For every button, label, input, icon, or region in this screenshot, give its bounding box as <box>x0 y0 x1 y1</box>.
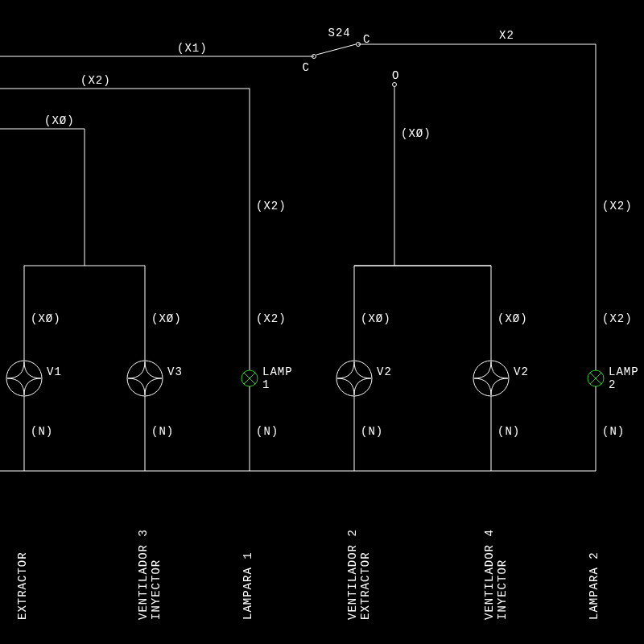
svg-text:EXTRACTOR: EXTRACTOR <box>359 551 372 620</box>
svg-text:VENTILADOR 2: VENTILADOR 2 <box>346 529 359 620</box>
svg-text:1: 1 <box>262 378 270 391</box>
svg-text:X2: X2 <box>499 29 514 42</box>
svg-text:VENTILADOR 3: VENTILADOR 3 <box>137 529 150 620</box>
svg-text:(X2): (X2) <box>602 312 633 325</box>
svg-text:C: C <box>363 33 370 46</box>
svg-text:(XØ): (XØ) <box>361 312 391 325</box>
svg-text:V1: V1 <box>47 365 62 378</box>
svg-text:(X2): (X2) <box>256 200 287 213</box>
svg-text:EXTRACTOR: EXTRACTOR <box>16 551 29 620</box>
svg-text:(N): (N) <box>361 425 383 438</box>
svg-text:V2: V2 <box>514 365 529 378</box>
svg-text:(XØ): (XØ) <box>151 312 182 325</box>
svg-text:2: 2 <box>609 378 616 391</box>
svg-text:(X2): (X2) <box>256 312 287 325</box>
svg-text:INYECTOR: INYECTOR <box>496 559 509 620</box>
svg-text:(XØ): (XØ) <box>31 312 61 325</box>
svg-text:V3: V3 <box>167 365 183 378</box>
svg-text:(N): (N) <box>602 425 625 438</box>
svg-text:(XØ): (XØ) <box>497 312 528 325</box>
svg-text:(X2): (X2) <box>80 74 111 87</box>
electrical-schematic: S24CCO(X1)X2(X2)(XØ)(XØ)(XØ)(N)V1(XØ)(N)… <box>0 0 644 644</box>
svg-text:O: O <box>392 69 399 82</box>
svg-text:LAMP: LAMP <box>262 365 293 378</box>
svg-text:LAMPARA 1: LAMPARA 1 <box>242 551 254 620</box>
svg-text:(N): (N) <box>151 425 174 438</box>
svg-text:(X1): (X1) <box>177 42 208 55</box>
svg-text:S24: S24 <box>328 27 351 39</box>
svg-text:(XØ): (XØ) <box>44 114 75 127</box>
svg-text:(N): (N) <box>497 425 520 438</box>
svg-text:C: C <box>303 61 310 74</box>
svg-text:LAMP: LAMP <box>609 365 639 378</box>
svg-text:(X2): (X2) <box>602 200 633 213</box>
svg-text:INYECTOR: INYECTOR <box>150 559 163 620</box>
svg-text:(XØ): (XØ) <box>401 127 431 140</box>
svg-text:(N): (N) <box>256 425 279 438</box>
svg-point-9 <box>393 83 397 87</box>
svg-text:LAMPARA 2: LAMPARA 2 <box>588 551 601 620</box>
svg-text:VENTILADOR 4: VENTILADOR 4 <box>483 529 496 620</box>
svg-line-3 <box>316 44 356 55</box>
svg-text:(N): (N) <box>31 425 53 438</box>
svg-text:V2: V2 <box>377 365 392 378</box>
